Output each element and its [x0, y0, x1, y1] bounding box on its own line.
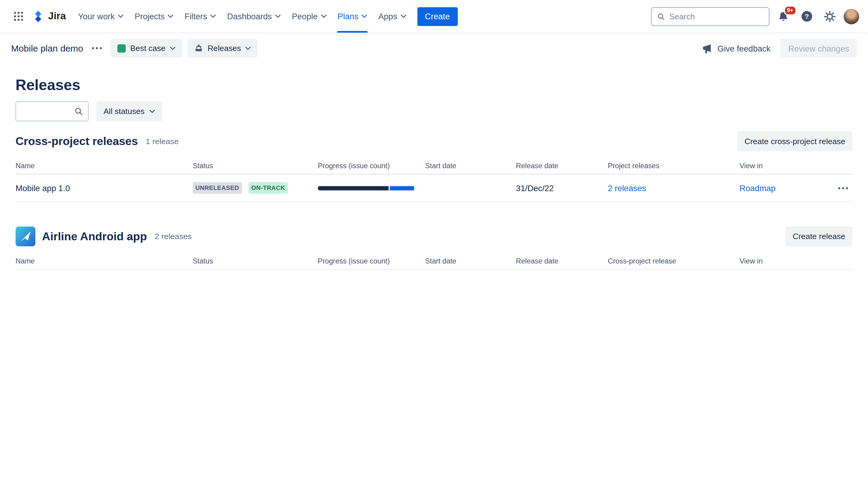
row-actions-button[interactable]: [834, 180, 852, 196]
chevron-down-icon: [275, 15, 281, 18]
col-release-date: Release date: [516, 161, 608, 170]
chevron-down-icon: [150, 109, 155, 113]
chevron-down-icon: [401, 15, 406, 18]
cross-project-table: Name Status Progress (issue count) Start…: [15, 158, 852, 202]
help-button[interactable]: ?: [797, 7, 816, 25]
more-horizontal-icon: [838, 187, 848, 189]
col-release-date: Release date: [516, 257, 608, 265]
status-badge-unreleased: UNRELEASED: [193, 182, 242, 193]
release-ship-icon: [194, 44, 203, 52]
nav-dashboards[interactable]: Dashboards: [222, 0, 286, 33]
megaphone-icon: [701, 42, 712, 54]
plan-title: Mobile plan demo: [11, 43, 83, 53]
review-changes-button[interactable]: Review changes: [781, 39, 857, 57]
nav-projects[interactable]: Projects: [129, 0, 179, 33]
plan-more-actions-button[interactable]: [89, 41, 105, 55]
progress-bar: [318, 186, 415, 190]
cross-project-section: Cross-project releases 1 release Create …: [15, 131, 852, 202]
chevron-down-icon: [362, 15, 367, 18]
col-name: Name: [15, 257, 193, 265]
view-in-roadmap-link[interactable]: Roadmap: [740, 183, 828, 193]
filter-row: All statuses: [15, 101, 852, 121]
chevron-down-icon: [170, 46, 175, 50]
col-status: Status: [193, 161, 318, 170]
col-view-in: View in: [740, 257, 828, 265]
release-count: 2 releases: [155, 232, 192, 241]
chevron-down-icon: [118, 15, 124, 18]
col-project-releases: Project releases: [608, 161, 740, 170]
col-start-date: Start date: [425, 257, 516, 265]
col-progress: Progress (issue count): [318, 257, 425, 265]
jira-logo-text: Jira: [48, 11, 66, 22]
scenario-selector[interactable]: Best case: [111, 39, 182, 57]
col-cross-project-release: Cross-project release: [608, 257, 740, 265]
chevron-down-icon: [210, 15, 216, 18]
nav-your-work[interactable]: Your work: [73, 0, 129, 33]
create-cross-project-release-button[interactable]: Create cross-project release: [737, 131, 852, 151]
chevron-down-icon: [168, 15, 173, 18]
create-release-button[interactable]: Create release: [785, 226, 852, 246]
airline-android-section: Airline Android app 2 releases Create re…: [15, 226, 852, 270]
release-date-cell: 31/Dec/22: [516, 183, 608, 193]
nav-people[interactable]: People: [286, 0, 332, 33]
chevron-down-icon: [245, 46, 251, 50]
view-selector-releases[interactable]: Releases: [188, 39, 258, 57]
col-start-date: Start date: [425, 161, 516, 170]
section-title: Cross-project releases: [15, 134, 138, 148]
releases-search-field[interactable]: [15, 101, 88, 121]
nav-filters[interactable]: Filters: [179, 0, 222, 33]
primary-nav: Your work Projects Filters Dashboards Pe…: [73, 0, 412, 33]
settings-button[interactable]: [820, 7, 839, 25]
app-switcher-button[interactable]: [9, 7, 28, 25]
app-window: Jira Your work Projects Filters Dashboar…: [0, 0, 868, 270]
status-badge-on-track: ON-TRACK: [249, 182, 288, 193]
section-title: Airline Android app: [42, 230, 147, 243]
table-header: Name Status Progress (issue count) Start…: [15, 253, 852, 270]
col-progress: Progress (issue count): [318, 161, 425, 170]
project-releases-link[interactable]: 2 releases: [608, 183, 740, 193]
svg-text:?: ?: [804, 12, 809, 20]
help-icon: ?: [800, 10, 813, 23]
col-name: Name: [15, 161, 193, 170]
table-row: Mobile app 1.0 UNRELEASED ON-TRACK 31/De…: [15, 174, 852, 202]
releases-search-input[interactable]: [21, 107, 71, 116]
col-view-in: View in: [740, 161, 828, 170]
airline-project-icon: [15, 226, 35, 246]
notification-count-badge: 9+: [784, 5, 797, 15]
jira-logo-icon: [32, 10, 44, 22]
plan-header-bar: Mobile plan demo Best case Releases: [0, 33, 868, 63]
scenario-color-swatch: [118, 44, 126, 52]
chevron-down-icon: [321, 15, 326, 18]
jira-logo[interactable]: Jira: [32, 10, 66, 22]
global-search-input[interactable]: [670, 12, 763, 20]
releases-page: Releases All statuses Cross-project rele…: [0, 76, 868, 270]
give-feedback-button[interactable]: Give feedback: [701, 42, 770, 54]
release-name: Mobile app 1.0: [15, 183, 193, 193]
gear-icon: [824, 10, 836, 22]
nav-plans[interactable]: Plans: [332, 0, 373, 33]
status-cell: UNRELEASED ON-TRACK: [193, 182, 318, 193]
search-icon: [74, 107, 83, 116]
airline-releases-table: Name Status Progress (issue count) Start…: [15, 253, 852, 270]
page-title: Releases: [15, 76, 852, 95]
global-search[interactable]: [651, 7, 769, 25]
create-button[interactable]: Create: [417, 7, 457, 25]
nav-apps[interactable]: Apps: [373, 0, 412, 33]
search-icon: [657, 12, 665, 20]
table-header: Name Status Progress (issue count) Start…: [15, 158, 852, 174]
col-status: Status: [193, 257, 318, 265]
top-navigation: Jira Your work Projects Filters Dashboar…: [0, 0, 868, 33]
more-horizontal-icon: [92, 47, 102, 49]
status-filter-dropdown[interactable]: All statuses: [97, 101, 162, 121]
release-count: 1 release: [145, 137, 179, 146]
user-avatar[interactable]: [844, 8, 859, 24]
app-grid-icon: [13, 11, 23, 22]
